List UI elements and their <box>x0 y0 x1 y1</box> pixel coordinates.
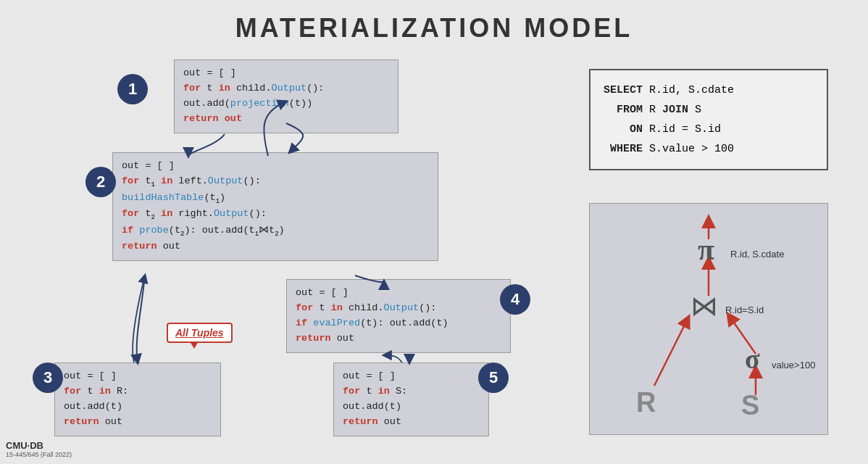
code-line: for t in child.Output(): <box>296 301 501 316</box>
sql-query-box: SELECT R.id, S.cdate FROM R JOIN S ON R.… <box>589 69 828 170</box>
code-box-1: out = [ ] for t in child.Output(): out.a… <box>174 59 398 133</box>
sql-line-4: WHERE S.value > 100 <box>604 139 814 159</box>
code-line: out = [ ] <box>183 66 389 81</box>
code-line: for t in R: <box>64 384 212 399</box>
query-tree-svg: π R.id, S.cdate ⋈ R.id=S.id σ value>100 … <box>596 210 821 428</box>
code-line: if probe(t2): out.add(t1⋈t2) <box>122 223 429 240</box>
code-line: out.add(t) <box>343 399 480 415</box>
code-line: out = [ ] <box>122 159 429 174</box>
svg-text:S: S <box>741 390 759 420</box>
badge-3: 3 <box>33 362 63 393</box>
sql-line-3: ON R.id = S.id <box>604 120 814 139</box>
code-line: if evalPred(t): out.add(t) <box>296 316 501 331</box>
code-line: buildHashTable(t1) <box>122 191 429 207</box>
svg-text:R.id, S.cdate: R.id, S.cdate <box>730 249 784 260</box>
code-line: return out <box>183 112 389 127</box>
code-line: out.add(projection(t)) <box>183 96 389 112</box>
svg-text:R: R <box>636 387 656 418</box>
badge-5: 5 <box>478 362 509 393</box>
query-tree-box: π R.id, S.cdate ⋈ R.id=S.id σ value>100 … <box>589 203 828 435</box>
code-line: return out <box>122 239 429 254</box>
code-line: for t in child.Output(): <box>183 81 389 96</box>
sql-line-1: SELECT R.id, S.cdate <box>604 80 814 100</box>
code-line: return out <box>343 415 480 430</box>
cmu-logo: CMU·DB 15-445/645 (Fall 2022) <box>6 440 72 458</box>
svg-text:σ: σ <box>745 344 760 374</box>
code-line: out = [ ] <box>296 286 501 301</box>
sql-line-2: FROM R JOIN S <box>604 100 814 120</box>
code-box-3: out = [ ] for t in R: out.add(t) return … <box>54 362 221 436</box>
badge-2: 2 <box>85 167 116 197</box>
svg-text:R.id=S.id: R.id=S.id <box>725 304 764 315</box>
code-line: out.add(t) <box>64 399 212 415</box>
svg-line-3 <box>654 320 687 386</box>
code-box-5: out = [ ] for t in S: out.add(t) return … <box>333 362 489 436</box>
code-box-4: out = [ ] for t in child.Output(): if ev… <box>286 279 511 353</box>
code-line: for t2 in right.Output(): <box>122 207 429 223</box>
badge-1: 1 <box>117 74 148 104</box>
code-line: return out <box>64 415 212 430</box>
code-line: return out <box>296 331 501 347</box>
code-line: out = [ ] <box>343 369 480 384</box>
badge-4: 4 <box>500 284 530 315</box>
page-title: MATERIALIZATION MODEL <box>0 0 868 51</box>
cmu-db-label: CMU·DB <box>6 440 72 451</box>
course-label: 15-445/645 (Fall 2022) <box>6 451 72 458</box>
code-line: for t in S: <box>343 384 480 399</box>
callout-all-tuples: All Tuples <box>167 323 233 343</box>
svg-text:π: π <box>698 233 714 266</box>
svg-text:value>100: value>100 <box>772 360 815 370</box>
code-line: out = [ ] <box>64 369 212 384</box>
code-box-2: out = [ ] for t1 in left.Output(): build… <box>112 152 438 261</box>
svg-text:⋈: ⋈ <box>690 291 718 321</box>
code-line: for t1 in left.Output(): <box>122 174 429 191</box>
